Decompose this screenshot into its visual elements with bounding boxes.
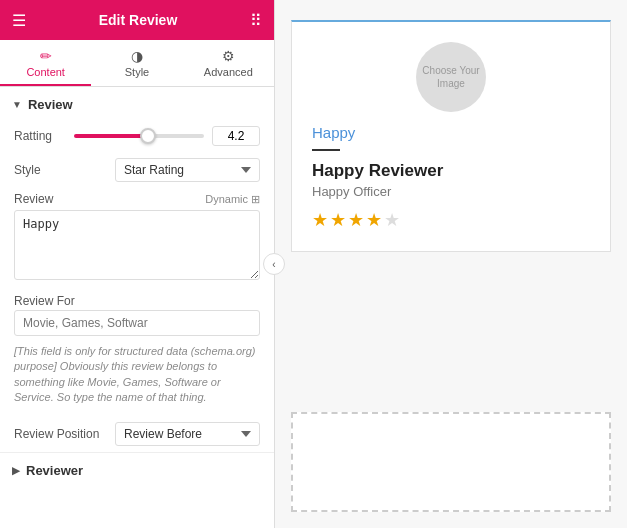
rating-slider-track[interactable] (74, 134, 204, 138)
content-tab-icon: ✏ (40, 48, 52, 64)
rating-slider-thumb[interactable] (140, 128, 156, 144)
advanced-tab-icon: ⚙ (222, 48, 235, 64)
collapse-button[interactable]: ‹ (263, 253, 285, 275)
tabs: ✏ Content ◑ Style ⚙ Advanced (0, 40, 274, 87)
rating-label: Ratting (14, 129, 74, 143)
grid-icon[interactable]: ⠿ (250, 11, 262, 30)
star-1: ★ (312, 209, 328, 231)
preview-star-rating: ★ ★ ★ ★ ★ (312, 209, 400, 231)
rating-row: Ratting (0, 120, 274, 152)
avatar: Choose Your Image (416, 42, 486, 112)
review-for-label: Review For (14, 294, 75, 308)
tab-content-label: Content (26, 66, 65, 78)
review-for-row: Review For (0, 288, 274, 310)
preview-review-text: Happy (312, 124, 355, 141)
star-3: ★ (348, 209, 364, 231)
review-position-row: Review Position Review Before Review Aft… (0, 416, 274, 452)
bottom-dashed-area (291, 412, 611, 512)
preview-reviewer-title: Happy Officer (312, 184, 391, 199)
review-position-label: Review Position (14, 427, 99, 441)
tab-advanced[interactable]: ⚙ Advanced (183, 40, 274, 86)
hamburger-icon[interactable]: ☰ (12, 11, 26, 30)
review-section-header[interactable]: ▼ Review (0, 87, 274, 120)
review-position-select[interactable]: Review Before Review After (115, 422, 260, 446)
review-card: Choose Your Image Happy Happy Reviewer H… (291, 20, 611, 252)
review-label-row: Review Dynamic ⊞ (0, 188, 274, 208)
rating-value-input[interactable] (212, 126, 260, 146)
reviewer-section-header[interactable]: ▶ Reviewer (0, 452, 274, 488)
reviewer-arrow-icon: ▶ (12, 465, 20, 476)
tab-style-label: Style (125, 66, 149, 78)
panel-header: ☰ Edit Review ⠿ (0, 0, 274, 40)
review-section-title: Review (28, 97, 73, 112)
review-field-label: Review (14, 192, 53, 206)
section-arrow-icon: ▼ (12, 99, 22, 110)
preview-area: Choose Your Image Happy Happy Reviewer H… (275, 0, 627, 412)
preview-divider (312, 149, 340, 151)
dynamic-badge: Dynamic ⊞ (205, 193, 260, 206)
avatar-placeholder-text: Choose Your Image (416, 64, 486, 90)
slider-container (74, 126, 260, 146)
tab-advanced-label: Advanced (204, 66, 253, 78)
tab-content[interactable]: ✏ Content (0, 40, 91, 86)
left-panel: ☰ Edit Review ⠿ ✏ Content ◑ Style ⚙ Adva… (0, 0, 275, 528)
reviewer-section-title: Reviewer (26, 463, 83, 478)
right-panel: ‹ Choose Your Image Happy Happy Reviewer… (275, 0, 627, 528)
style-tab-icon: ◑ (131, 48, 143, 64)
star-5: ★ (384, 209, 400, 231)
tab-style[interactable]: ◑ Style (91, 40, 182, 86)
review-textarea[interactable]: Happy (14, 210, 260, 280)
style-field-right: Star Rating Number Rating Percentage (74, 158, 260, 182)
review-info-text: [This field is only for structured data … (0, 340, 274, 416)
dynamic-label: Dynamic (205, 193, 248, 205)
style-select[interactable]: Star Rating Number Rating Percentage (115, 158, 260, 182)
review-for-input[interactable] (14, 310, 260, 336)
panel-title: Edit Review (26, 12, 250, 28)
style-row: Style Star Rating Number Rating Percenta… (0, 152, 274, 188)
style-label: Style (14, 163, 74, 177)
star-2: ★ (330, 209, 346, 231)
dynamic-icon[interactable]: ⊞ (251, 193, 260, 206)
star-4: ★ (366, 209, 382, 231)
preview-reviewer-name: Happy Reviewer (312, 161, 443, 181)
